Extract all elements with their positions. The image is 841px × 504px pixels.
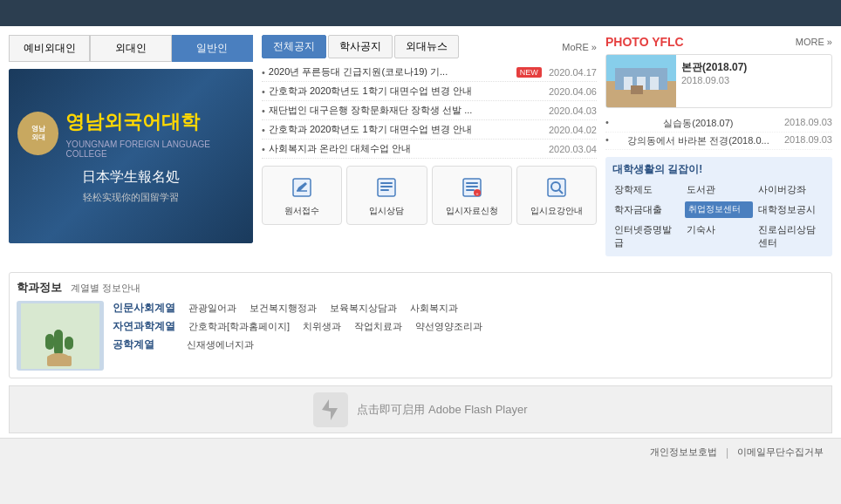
dept-item-h3[interactable]: 사회복지과: [410, 302, 458, 315]
dept-image: [17, 301, 104, 371]
photo-sub-name-1[interactable]: 강의동에서 바라본 전경(2018.0...: [627, 134, 769, 147]
photo-main-image: [606, 55, 676, 107]
campus-link-counseling[interactable]: 진로심리상담센터: [756, 221, 825, 251]
photo-sub-bullet-0: •: [605, 117, 609, 130]
notice-tab-all[interactable]: 전체공지: [262, 35, 326, 58]
svg-rect-20: [650, 77, 659, 90]
footer-privacy-link[interactable]: 개인정보보호법: [650, 446, 717, 459]
notice-item-0: • 2020년 푸른등대 긴급지원(코로나19) 기... NEW 2020.0…: [262, 63, 597, 82]
campus-link-cert[interactable]: 인터넷증명발급: [612, 221, 681, 251]
photo-label: PHOTO: [605, 35, 649, 49]
quick-link-ipsijaryeo[interactable]: + 입시자료신청: [432, 166, 512, 225]
notice-tab-academic[interactable]: 학사공지: [328, 35, 393, 58]
notice-title-3[interactable]: 간호학과 2020학년도 1학기 대면수업 변경 안내: [269, 123, 513, 136]
notice-title-1[interactable]: 간호학과 2020학년도 1학기 대면수업 변경 안내: [269, 85, 513, 98]
right-panel: PHOTO YFLC MORE »: [605, 35, 832, 256]
notice-title-4[interactable]: 사회복지과 온라인 대체수업 안내: [269, 142, 513, 155]
svg-rect-3: [380, 182, 393, 184]
notice-tab-news[interactable]: 외대뉴스: [394, 35, 459, 58]
dept-cat-science[interactable]: 자연과학계열: [113, 319, 175, 334]
departments-section: 학과정보 계열별 정보안내: [9, 272, 832, 378]
tab-yebi[interactable]: 예비외대인: [9, 35, 90, 62]
campus-link-library[interactable]: 도서관: [685, 181, 754, 198]
notice-item-4: • 사회복지과 온라인 대체수업 안내 2020.03.04: [262, 140, 597, 159]
dept-row-humanities: 인문사회계열 관광일어과 보건복지행정과 보육복지상담과 사회복지과: [113, 301, 824, 316]
dept-item-h0[interactable]: 관광일어과: [188, 302, 236, 315]
photo-sub-item-0: • 실습동(2018.07) 2018.09.03: [605, 115, 832, 133]
footer-unsubscribe-link[interactable]: 이메일무단수집거부: [737, 446, 824, 459]
photo-sub-name-0[interactable]: 실습동(2018.07): [663, 117, 733, 130]
notice-bullet-4: •: [262, 144, 265, 154]
campus-link-janghaik[interactable]: 장학제도: [612, 181, 681, 198]
dept-cat-engineering[interactable]: 공학계열: [113, 337, 174, 352]
dept-cat-humanities[interactable]: 인문사회계열: [113, 301, 175, 316]
board-icon-2: +: [458, 174, 486, 201]
notice-bullet-0: •: [262, 67, 265, 78]
photo-sub-date-1: 2018.09.03: [784, 134, 832, 147]
middle-panel: 전체공지 학사공지 외대뉴스 MoRE » • 2020년 푸른등대 긴급지원(…: [262, 35, 597, 256]
quick-link-wonseo-label: 원서접수: [284, 205, 319, 217]
dept-subtitle: 계열별 정보안내: [71, 282, 140, 295]
svg-rect-23: [54, 330, 63, 356]
notice-item-2: • 재단법인 대구은행 장학문화재단 장학생 선발 ... 2020.04.03: [262, 101, 597, 120]
photo-main-name: 본관(2018.07): [681, 60, 747, 75]
dept-item-e0[interactable]: 신재생에너지과: [187, 338, 254, 351]
dept-item-s1[interactable]: 치위생과: [303, 320, 341, 333]
quick-link-ipsisangdam[interactable]: 입시상담: [346, 166, 427, 225]
campus-link-info[interactable]: 대학정보공시: [756, 201, 825, 218]
photo-main-info: 본관(2018.07) 2018.09.03: [676, 55, 752, 107]
photo-sub-item-1: • 강의동에서 바라본 전경(2018.0... 2018.09.03: [605, 133, 832, 150]
dept-item-h2[interactable]: 보육복지상담과: [330, 302, 397, 315]
dept-item-s3[interactable]: 약선영양조리과: [415, 320, 482, 333]
notice-new-badge-0: NEW: [516, 67, 542, 78]
quick-link-ipsisangdam-label: 입시상담: [369, 205, 404, 217]
campus-link-loan[interactable]: 학자금대출: [612, 201, 681, 218]
user-tabs: 예비외대인 외대인 일반인: [9, 35, 253, 62]
notice-list: • 2020년 푸른등대 긴급지원(코로나19) 기... NEW 2020.0…: [262, 63, 597, 159]
banner-logo: 영남외국어대학: [65, 109, 244, 135]
banner-image: 영남외대 영남외국어대학 YOUNGNAM FOREIGN LANGUAGE C…: [9, 69, 253, 243]
svg-rect-7: [466, 182, 478, 184]
banner-japanese: 日本学生報名処: [82, 168, 180, 187]
notice-date-1: 2020.04.06: [549, 86, 597, 97]
notice-bullet-3: •: [262, 125, 265, 135]
svg-rect-25: [65, 337, 73, 350]
quick-link-ipsiyogang-label: 입시요강안내: [530, 205, 583, 217]
photo-section-title: PHOTO YFLC: [605, 35, 684, 49]
dept-item-h1[interactable]: 보건복지행정과: [250, 302, 317, 315]
notice-date-0: 2020.04.17: [549, 67, 597, 78]
banner-subtitle: YOUNGNAM FOREIGN LANGUAGE COLLEGE: [65, 140, 244, 159]
notice-date-3: 2020.04.02: [549, 125, 597, 135]
quick-link-ipsiyogang[interactable]: 입시요강안내: [516, 166, 597, 225]
notice-title-2[interactable]: 재단법인 대구은행 장학문화재단 장학생 선발 ...: [269, 104, 513, 117]
notice-bullet-2: •: [262, 106, 265, 116]
notice-bullet-1: •: [262, 86, 265, 97]
dept-header: 학과정보 계열별 정보안내: [17, 280, 824, 296]
quick-links: 원서접수 입시상담: [262, 166, 597, 225]
photo-sub-bullet-1: •: [605, 134, 609, 147]
notice-item-1: • 간호학과 2020학년도 1학기 대면수업 변경 안내 2020.04.06: [262, 82, 597, 101]
svg-rect-4: [380, 186, 393, 187]
photo-sub-date-0: 2018.09.03: [784, 117, 832, 130]
campus-link-cyber[interactable]: 사이버강좌: [756, 181, 825, 198]
svg-rect-8: [466, 186, 478, 187]
tab-oidaein[interactable]: 외대인: [90, 35, 171, 62]
campus-link-employment[interactable]: 취업정보센터: [685, 201, 754, 218]
campus-title: 대학생활의 길잡이!: [612, 162, 825, 177]
board-icon-1: [373, 174, 400, 201]
dept-title: 학과정보: [17, 280, 62, 296]
photo-more-link[interactable]: MORE »: [796, 37, 832, 47]
svg-rect-5: [380, 189, 389, 191]
photo-main-date: 2018.09.03: [681, 75, 747, 85]
photo-header: PHOTO YFLC MORE »: [605, 35, 832, 49]
notice-header: 전체공지 학사공지 외대뉴스 MoRE »: [262, 35, 597, 58]
dept-item-s0[interactable]: 간호학과[학과홈페이지]: [188, 320, 290, 333]
quick-link-wonseo[interactable]: 원서접수: [262, 166, 342, 225]
svg-rect-24: [45, 334, 54, 350]
footer: 개인정보보호법 | 이메일무단수집거부: [0, 438, 841, 466]
notice-more-link[interactable]: MoRE »: [562, 42, 597, 52]
dept-item-s2[interactable]: 작업치료과: [354, 320, 402, 333]
notice-title-0[interactable]: 2020년 푸른등대 긴급지원(코로나19) 기...: [269, 65, 513, 78]
campus-link-dorm[interactable]: 기숙사: [685, 221, 754, 251]
tab-ilbanin[interactable]: 일반인: [172, 35, 253, 62]
